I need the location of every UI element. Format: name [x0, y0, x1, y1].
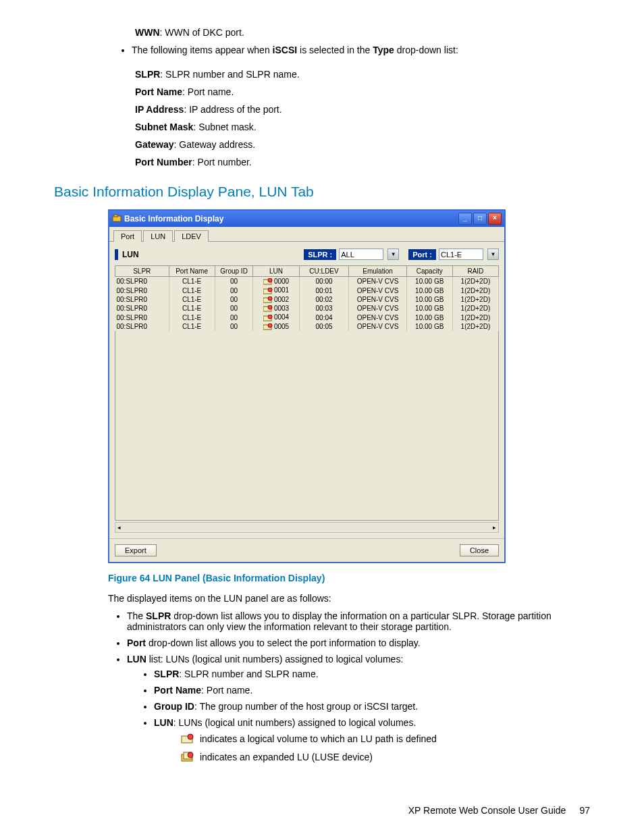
lun-row-icon	[263, 305, 273, 312]
body-bullets: The SLPR drop-down list allows you to di…	[54, 610, 590, 764]
table-row[interactable]: 00:SLPR0CL1-E00000500:05OPEN-V CVS10.00 …	[115, 322, 499, 331]
tab-ldev[interactable]: LDEV	[174, 230, 209, 242]
col-header[interactable]: RAID	[452, 266, 498, 277]
bullet-port: Port drop-down list allows you to select…	[127, 637, 590, 648]
svg-point-13	[268, 323, 272, 328]
table-row[interactable]: 00:SLPR0CL1-E00000300:03OPEN-V CVS10.00 …	[115, 304, 499, 313]
col-header[interactable]: SLPR	[115, 266, 169, 277]
figure-caption: Figure 64 LUN Panel (Basic Information D…	[108, 573, 590, 583]
sub-lun: LUN: LUNs (logical unit numbers) assigne…	[154, 717, 590, 764]
dialog-window: Basic Information Display _ □ × Port LUN…	[108, 209, 506, 563]
svg-point-11	[268, 315, 272, 319]
close-icon[interactable]: ×	[488, 213, 502, 225]
lun-row-icon	[263, 288, 273, 294]
tabs: Port LUN LDEV	[109, 227, 504, 242]
def-line: Gateway: Gateway address.	[135, 139, 590, 150]
table-row[interactable]: 00:SLPR0CL1-E00000400:04OPEN-V CVS10.00 …	[115, 313, 499, 321]
port-label: Port :	[408, 249, 436, 260]
svg-point-3	[268, 278, 272, 282]
def-line: Subnet Mask: Subnet mask.	[135, 122, 590, 132]
svg-point-15	[188, 734, 193, 739]
svg-point-7	[268, 296, 272, 301]
col-header[interactable]: LUN	[253, 266, 299, 277]
dropdown-arrow-icon[interactable]: ▼	[387, 249, 399, 260]
hscrollbar[interactable]: ◂ ▸	[115, 522, 499, 533]
lun-defined-icon	[181, 733, 194, 746]
col-header[interactable]: Group ID	[215, 266, 253, 277]
luse-device-icon	[181, 752, 194, 764]
svg-point-9	[268, 305, 272, 309]
dropdown-arrow-icon[interactable]: ▼	[487, 249, 499, 260]
lun-row-icon	[263, 278, 273, 285]
def-line: Port Name: Port name.	[135, 86, 590, 97]
close-button[interactable]: Close	[460, 544, 499, 556]
maximize-icon[interactable]: □	[473, 213, 487, 225]
panel-label: LUN	[115, 249, 139, 260]
col-header[interactable]: Port Name	[169, 266, 215, 277]
panel-head: LUN SLPR : ALL ▼ Port : CL1-E ▼	[109, 242, 504, 265]
window-title: Basic Information Display	[124, 214, 223, 224]
def-line: Port Number: Port number.	[135, 157, 590, 167]
bullet-slpr: The SLPR drop-down list allows you to di…	[127, 610, 590, 632]
def-line: IP Address: IP address of the port.	[135, 104, 590, 115]
titlebar[interactable]: Basic Information Display _ □ ×	[109, 211, 504, 227]
col-header[interactable]: Emulation	[349, 266, 406, 277]
svg-point-18	[188, 752, 193, 758]
scroll-right-icon[interactable]: ▸	[491, 524, 498, 531]
section-heading: Basic Information Display Pane, LUN Tab	[54, 184, 590, 200]
port-dropdown[interactable]: CL1-E	[439, 249, 483, 260]
table-row[interactable]: 00:SLPR0CL1-E00000100:01OPEN-V CVS10.00 …	[115, 286, 499, 294]
lun-row-icon	[263, 323, 273, 330]
export-button[interactable]: Export	[115, 544, 157, 556]
after-fig-para: The displayed items on the LUN panel are…	[108, 593, 590, 604]
lun-row-icon	[263, 296, 273, 303]
figure-wrap: Basic Information Display _ □ × Port LUN…	[108, 209, 590, 583]
table-row[interactable]: 00:SLPR0CL1-E00000200:02OPEN-V CVS10.00 …	[115, 295, 499, 304]
minimize-icon[interactable]: _	[458, 213, 472, 225]
iscsi-note: The following items appear when iSCSI is…	[132, 45, 590, 55]
page-footer: XP Remote Web Console User Guide97	[54, 805, 590, 816]
sub-slpr: SLPR: SLPR number and SLPR name.	[154, 669, 590, 679]
slpr-label: SLPR :	[304, 249, 336, 260]
lun-row-icon	[263, 315, 273, 321]
lun-table: SLPRPort NameGroup IDLUNCU:LDEVEmulation…	[115, 265, 499, 331]
svg-rect-1	[114, 215, 117, 217]
tab-lun[interactable]: LUN	[143, 230, 173, 242]
col-header[interactable]: CU:LDEV	[299, 266, 349, 277]
top-bullet-list: The following items appear when iSCSI is…	[54, 45, 590, 55]
slpr-dropdown[interactable]: ALL	[339, 249, 383, 260]
app-icon	[112, 214, 122, 224]
bullet-lun: LUN list: LUNs (logical unit numbers) as…	[127, 654, 590, 764]
sub-portname: Port Name: Port name.	[154, 685, 590, 696]
top-defs: SLPR: SLPR number and SLPR name.Port Nam…	[135, 69, 590, 167]
def-wwn: WWN: WWN of DKC port.	[135, 27, 590, 38]
tab-port[interactable]: Port	[113, 230, 142, 242]
table-row[interactable]: 00:SLPR0CL1-E00000000:00OPEN-V CVS10.00 …	[115, 277, 499, 286]
sub-groupid: Group ID: The group number of the host g…	[154, 701, 590, 712]
def-line: SLPR: SLPR number and SLPR name.	[135, 69, 590, 80]
icon-note-2: indicates an expanded LU (LUSE device)	[181, 752, 590, 764]
icon-note-1: indicates a logical volume to which an L…	[181, 733, 590, 746]
scroll-left-icon[interactable]: ◂	[115, 524, 123, 531]
col-header[interactable]: Capacity	[406, 266, 452, 277]
svg-point-5	[268, 288, 272, 292]
